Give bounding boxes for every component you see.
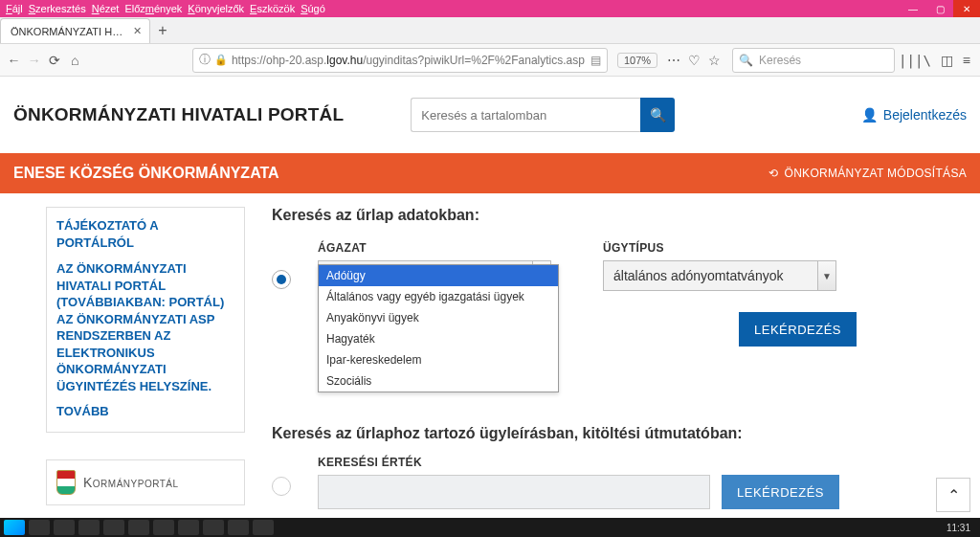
library-icon[interactable]: |||\ (899, 53, 931, 68)
login-label: Bejelentkezés (883, 107, 967, 123)
search-value-label: KERESÉSI ÉRTÉK (318, 456, 967, 469)
agazat-option[interactable]: Ipar-kereskedelem (319, 349, 558, 370)
taskbar-item[interactable] (103, 520, 124, 535)
reader-mode-icon[interactable]: ▤ (590, 54, 601, 67)
agazat-option[interactable]: Anyakönyvi ügyek (319, 307, 558, 328)
site-search-button[interactable]: 🔍 (640, 98, 675, 132)
browser-toolbar: ← → ⟳ ⌂ ⓘ 🔒 https://ohp-20.asp.lgov.hu/u… (0, 44, 980, 77)
search-placeholder: Keresés (759, 54, 801, 67)
search-icon: 🔍 (650, 107, 666, 123)
radio-form-search[interactable] (272, 270, 291, 289)
tab-title: ÖNKORMÁNYZATI HIVATALI PORT (11, 26, 125, 37)
taskbar-item[interactable] (153, 520, 174, 535)
menu-file[interactable]: Fájl (6, 3, 23, 14)
login-link[interactable]: 👤 Bejelentkezés (861, 107, 967, 123)
scroll-to-top-button[interactable]: ⌃ (936, 478, 970, 512)
lock-icon: 🔒 (214, 54, 228, 66)
ugytipus-value: általános adónyomtatványok (603, 260, 817, 291)
window-menu[interactable]: Fájl Szerkesztés Nézet Előzmények Könyvj… (0, 3, 325, 14)
taskbar-clock: 11:31 (947, 523, 976, 533)
menu-edit[interactable]: Szerkesztés (29, 3, 86, 14)
taskbar-item[interactable] (29, 520, 50, 535)
menu-tools[interactable]: Eszközök (250, 3, 295, 14)
tab-close-icon[interactable]: ✕ (133, 25, 142, 37)
start-button[interactable] (4, 520, 25, 535)
nav-forward-button[interactable]: → (26, 49, 42, 72)
browser-tab[interactable]: ÖNKORMÁNYZATI HIVATALI PORT ✕ (0, 18, 150, 43)
agazat-option[interactable]: Hagyaték (319, 328, 558, 349)
shield-icon[interactable]: ♡ (688, 53, 701, 68)
menu-help[interactable]: Súgó (301, 3, 325, 14)
url-text: https://ohp-20.asp.lgov.hu/ugyinditas?pi… (232, 54, 585, 67)
window-close-button[interactable]: ✕ (953, 0, 980, 17)
window-titlebar: Fájl Szerkesztés Nézet Előzmények Könyvj… (0, 0, 980, 17)
query-button-2[interactable]: LEKÉRDEZÉS (722, 475, 839, 509)
taskbar-item[interactable] (78, 520, 100, 535)
municipality-bar: ENESE KÖZSÉG ÖNKORMÁNYZATA ⟲ ÖNKORMÁNYZA… (0, 153, 980, 193)
taskbar-item[interactable] (228, 520, 249, 535)
refresh-icon: ⟲ (768, 167, 778, 180)
search-icon: 🔍 (739, 54, 753, 67)
taskbar-item[interactable] (253, 520, 274, 535)
menu-bookmarks[interactable]: Könyvjelzők (188, 3, 244, 14)
more-icon[interactable]: ⋯ (667, 53, 680, 68)
sidebar-link-about[interactable]: TÁJÉKOZTATÓ A PORTÁLRÓL (56, 217, 234, 251)
site-search-input[interactable] (411, 98, 640, 132)
taskbar-item[interactable] (128, 520, 149, 535)
page-content: ÖNKORMÁNYZATI HIVATALI PORTÁL 🔍 👤 Bejele… (0, 77, 980, 518)
agazat-dropdown[interactable]: Adóügy Általános vagy egyéb igazgatási ü… (318, 264, 559, 392)
govportal-label: Kormányportál (83, 475, 179, 490)
search-value-input[interactable] (318, 475, 710, 509)
browser-tab-strip: ÖNKORMÁNYZATI HIVATALI PORT ✕ + (0, 17, 980, 44)
bookmark-star-icon[interactable]: ☆ (708, 53, 721, 68)
taskbar-item[interactable] (178, 520, 199, 535)
sidebar-icon[interactable]: ◫ (941, 53, 953, 68)
user-icon: 👤 (861, 107, 878, 123)
windows-taskbar[interactable]: 11:31 (0, 518, 980, 537)
ugytipus-label: ÜGYTÍPUS (603, 241, 836, 255)
menu-history[interactable]: Előzmények (124, 3, 182, 14)
new-tab-button[interactable]: + (150, 18, 175, 43)
site-title: ÖNKORMÁNYZATI HIVATALI PORTÁL (13, 104, 344, 125)
crest-icon (56, 470, 76, 495)
site-header: ÖNKORMÁNYZATI HIVATALI PORTÁL 🔍 👤 Bejele… (0, 77, 980, 153)
agazat-option[interactable]: Adóügy (319, 265, 558, 286)
taskbar-item[interactable] (203, 520, 224, 535)
nav-back-button[interactable]: ← (6, 49, 22, 72)
agazat-label: ÁGAZAT (318, 241, 551, 255)
chevron-up-icon: ⌃ (947, 486, 960, 504)
hamburger-menu-icon[interactable]: ≡ (963, 53, 970, 68)
section-heading-desc-search: Keresés az űrlaphoz tartozó ügyleírásban… (272, 425, 967, 442)
query-button[interactable]: LEKÉRDEZÉS (739, 312, 857, 347)
nav-home-button[interactable]: ⌂ (67, 49, 83, 72)
section-heading-form-search: Keresés az űrlap adatokban: (272, 207, 967, 224)
agazat-option[interactable]: Általános vagy egyéb igazgatási ügyek (319, 286, 558, 307)
url-bar[interactable]: ⓘ 🔒 https://ohp-20.asp.lgov.hu/ugyindita… (192, 48, 608, 73)
sidebar-link-description[interactable]: AZ ÖNKORMÁNYZATI HIVATALI PORTÁL (TOVÁBB… (56, 260, 234, 394)
zoom-indicator[interactable]: 107% (617, 53, 657, 68)
window-minimize-button[interactable]: — (900, 0, 926, 17)
municipality-name: ENESE KÖZSÉG ÖNKORMÁNYZATA (13, 165, 279, 182)
site-search: 🔍 (411, 98, 675, 132)
radio-desc-search[interactable] (272, 477, 291, 496)
taskbar-item[interactable] (54, 520, 75, 535)
browser-search-bar[interactable]: 🔍 Keresés (732, 48, 895, 73)
sidebar-more-link[interactable]: TOVÁBB (56, 404, 109, 418)
nav-reload-button[interactable]: ⟳ (46, 49, 62, 72)
govportal-badge[interactable]: Kormányportál (46, 459, 245, 505)
info-icon: ⓘ (199, 52, 211, 68)
chevron-down-icon[interactable]: ▼ (817, 260, 836, 291)
agazat-option[interactable]: Szociális (319, 370, 558, 392)
change-municipality-link[interactable]: ⟲ ÖNKORMÁNYZAT MÓDOSÍTÁSA (768, 167, 967, 180)
ugytipus-select[interactable]: általános adónyomtatványok ▼ (603, 260, 836, 291)
window-maximize-button[interactable]: ▢ (926, 0, 953, 17)
menu-view[interactable]: Nézet (92, 3, 120, 14)
sidebar-info-box: TÁJÉKOZTATÓ A PORTÁLRÓL AZ ÖNKORMÁNYZATI… (46, 207, 245, 433)
